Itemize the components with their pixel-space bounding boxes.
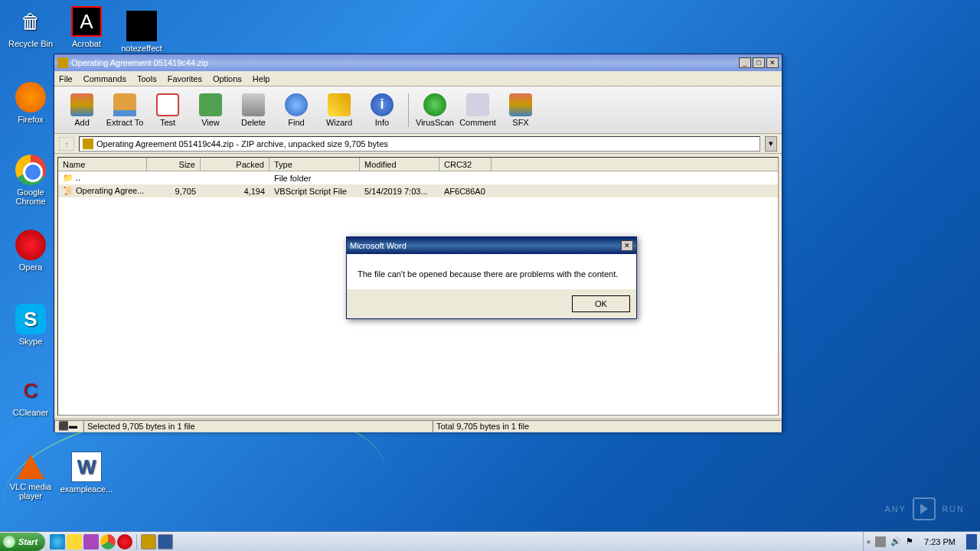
label: Google Chrome [15, 187, 45, 206]
label: Recycle Bin [8, 39, 53, 48]
tray-icon-1[interactable] [875, 536, 886, 547]
taskbar-separator [136, 534, 137, 549]
firefox-icon[interactable]: Firefox [4, 82, 57, 124]
view-button[interactable]: View [191, 89, 230, 132]
label: Skype [19, 337, 43, 346]
menu-file[interactable]: File [59, 74, 73, 83]
status-right: Total 9,705 bytes in 1 file [433, 420, 782, 432]
clock[interactable]: 7:23 PM [918, 537, 962, 546]
menu-tools[interactable]: Tools [137, 74, 157, 83]
word-dialog: Microsoft Word ✕ The file can't be opene… [346, 236, 637, 319]
skype-icon[interactable]: SSkype [4, 304, 57, 346]
menu-help[interactable]: Help [253, 74, 270, 83]
delete-button[interactable]: Delete [234, 89, 273, 132]
label: exampleace... [60, 484, 113, 494]
menu-favorites[interactable]: Favorites [168, 74, 202, 83]
opera-icon[interactable]: Opera [4, 230, 57, 272]
status-left: Selected 9,705 bytes in 1 file [83, 420, 433, 432]
path-text: Operating Agreement 051419c44.zip - ZIP … [96, 139, 388, 148]
menu-commands[interactable]: Commands [83, 74, 126, 83]
toolbar: Add Extract To Test View Delete Find Wiz… [54, 86, 782, 134]
window-title: Operating Agreement 051419c44.zip [71, 58, 208, 67]
sfx-button[interactable]: SFX [501, 89, 541, 132]
path-field[interactable]: Operating Agreement 051419c44.zip - ZIP … [79, 136, 760, 152]
ie-icon[interactable] [50, 534, 65, 549]
opera-taskbar-icon[interactable] [117, 534, 132, 549]
label: Acrobat [72, 39, 101, 48]
navbar: ↑ Operating Agreement 051419c44.zip - ZI… [54, 134, 782, 154]
find-button[interactable]: Find [276, 89, 316, 132]
chrome-icon[interactable]: Google Chrome [4, 155, 57, 206]
chrome-taskbar-icon[interactable] [100, 534, 116, 549]
quick-launch [50, 534, 173, 549]
col-crc[interactable]: CRC32 [439, 158, 492, 171]
up-button[interactable]: ↑ [59, 137, 74, 151]
archive-icon [83, 139, 93, 149]
toolbar-separator [408, 93, 409, 127]
test-button[interactable]: Test [148, 89, 188, 132]
extract-button[interactable]: Extract To [105, 89, 145, 132]
col-modified[interactable]: Modified [360, 158, 439, 171]
menubar: File Commands Tools Favorites Options He… [54, 71, 782, 86]
word-taskbar-button[interactable] [158, 534, 173, 549]
statusbar: ⬛▬ Selected 9,705 bytes in 1 file Total … [54, 419, 782, 432]
minimize-button[interactable]: _ [739, 57, 751, 68]
label: notezeffect [121, 44, 162, 53]
info-button[interactable]: iInfo [362, 89, 402, 132]
dialog-titlebar[interactable]: Microsoft Word ✕ [347, 237, 636, 254]
dialog-body: The file can't be opened because there a… [347, 254, 636, 289]
dialog-title: Microsoft Word [350, 241, 407, 250]
vlc-icon[interactable]: VLC media player [4, 452, 57, 500]
col-name[interactable]: Name [58, 158, 147, 171]
system-tray: « 🔊 ⚑ 7:23 PM [863, 532, 980, 551]
label: Firefox [18, 115, 44, 124]
explorer-icon[interactable] [67, 534, 82, 549]
file-row-parent[interactable]: 📁 .. File folder [58, 171, 778, 184]
dialog-message: The file can't be opened because there a… [358, 269, 618, 279]
titlebar[interactable]: Operating Agreement 051419c44.zip _ □ ✕ [54, 54, 782, 71]
close-button[interactable]: ✕ [766, 57, 779, 68]
add-button[interactable]: Add [62, 89, 102, 132]
path-dropdown[interactable]: ▾ [765, 136, 777, 152]
col-size[interactable]: Size [147, 158, 201, 171]
col-packed[interactable]: Packed [201, 158, 270, 171]
media-icon[interactable] [83, 534, 99, 549]
watermark: ANY RUN [885, 497, 965, 520]
dialog-close-button[interactable]: ✕ [621, 240, 633, 251]
wizard-button[interactable]: Wizard [319, 89, 359, 132]
word-doc-icon[interactable]: Wexampleace... [60, 452, 113, 494]
winrar-taskbar-button[interactable] [141, 534, 156, 549]
label: VLC media player [10, 482, 51, 500]
acrobat-icon[interactable]: AAcrobat [60, 6, 113, 48]
recycle-bin-icon[interactable]: 🗑Recycle Bin [4, 6, 57, 48]
start-button[interactable]: Start [0, 533, 45, 551]
comment-button[interactable]: Comment [458, 89, 498, 132]
file-row-selected[interactable]: 📜 Operating Agree... 9,705 4,194 VBScrip… [58, 184, 778, 197]
show-desktop-button[interactable] [966, 534, 977, 549]
play-icon [913, 497, 936, 520]
ccleaner-icon[interactable]: CCCleaner [4, 375, 57, 417]
maximize-button[interactable]: □ [753, 57, 765, 68]
status-icon: ⬛▬ [54, 420, 83, 432]
tray-expand-icon[interactable]: « [867, 538, 871, 546]
winrar-icon [57, 57, 68, 68]
flag-icon[interactable]: ⚑ [906, 536, 913, 546]
label: CCleaner [13, 408, 48, 417]
col-type[interactable]: Type [270, 158, 360, 171]
menu-options[interactable]: Options [213, 74, 242, 83]
taskbar: Start « 🔊 ⚑ 7:23 PM [0, 531, 980, 551]
ok-button[interactable]: OK [572, 295, 630, 312]
column-headers: Name Size Packed Type Modified CRC32 [58, 158, 778, 171]
virusscan-button[interactable]: VirusScan [415, 89, 455, 132]
label: Opera [19, 262, 43, 272]
dialog-footer: OK [347, 289, 636, 318]
start-orb-icon [3, 536, 15, 548]
noteseffect-icon[interactable]: notezeffect [115, 11, 168, 53]
volume-icon[interactable]: 🔊 [890, 536, 901, 546]
